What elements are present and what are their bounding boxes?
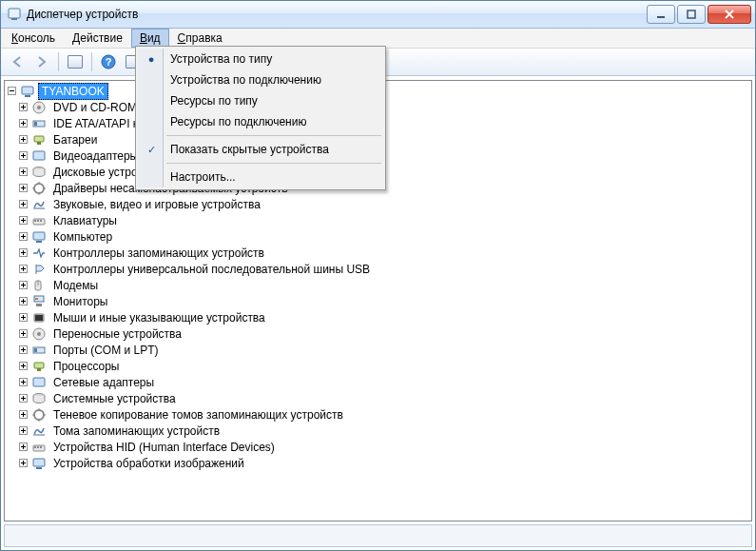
expand-icon[interactable]: [18, 328, 29, 340]
expand-icon[interactable]: [18, 118, 29, 129]
expand-icon[interactable]: [18, 409, 29, 421]
tree-category-label[interactable]: Мониторы: [49, 293, 111, 310]
tree-category-node[interactable]: Контроллеры универсальной последовательн…: [7, 261, 751, 277]
tree-category-node[interactable]: Мониторы: [7, 293, 751, 309]
tree-category-label[interactable]: Теневое копирование томов запоминающих у…: [49, 406, 347, 423]
tree-category-label[interactable]: Порты (COM и LPT): [49, 342, 163, 359]
tree-category-node[interactable]: Порты (COM и LPT): [7, 342, 751, 358]
dropdown-item[interactable]: ●Устройства по типу: [138, 49, 383, 69]
window-buttons: [645, 5, 751, 24]
tree-category-label[interactable]: Системные устройства: [49, 390, 180, 407]
collapse-icon[interactable]: [7, 86, 18, 97]
expand-icon[interactable]: [18, 247, 29, 259]
tree-category-node[interactable]: Теневое копирование томов запоминающих у…: [7, 406, 751, 423]
category-icon: [31, 197, 47, 212]
expand-icon[interactable]: [18, 393, 29, 404]
svg-rect-45: [34, 220, 36, 222]
tree-category-node[interactable]: Модемы: [7, 277, 751, 293]
tree-category-label[interactable]: Устройства обработки изображений: [49, 455, 248, 472]
tree-root-label[interactable]: TYANBOOK: [38, 83, 108, 100]
expand-icon[interactable]: [18, 199, 29, 210]
dropdown-item[interactable]: Настроить...: [138, 167, 383, 187]
tree-category-label[interactable]: Переносные устройства: [49, 325, 185, 343]
tree-category-node[interactable]: Переносные устройства: [7, 325, 751, 342]
expand-icon[interactable]: [18, 215, 29, 226]
dropdown-item[interactable]: Ресурсы по типу: [138, 90, 383, 111]
tree-category-node[interactable]: Компьютер: [7, 228, 751, 245]
tree-category-node[interactable]: Звуковые, видео и игровые устройства: [7, 196, 751, 212]
computer-icon: [20, 84, 35, 99]
expand-icon[interactable]: [18, 377, 29, 388]
minimize-button[interactable]: [647, 5, 675, 24]
tree-category-node[interactable]: Сетевые адаптеры: [7, 374, 751, 390]
expand-icon[interactable]: [18, 425, 29, 437]
svg-point-36: [34, 184, 44, 193]
tree-category-label[interactable]: Процессоры: [49, 358, 124, 375]
tree-category-node[interactable]: Тома запоминающих устройств: [7, 423, 751, 439]
back-button[interactable]: [5, 49, 29, 74]
dropdown-separator: [166, 163, 381, 164]
tree-category-label[interactable]: Устройства HID (Human Interface Devices): [49, 439, 279, 456]
expand-icon[interactable]: [18, 280, 29, 291]
svg-rect-9: [25, 95, 30, 97]
panel-icon: [68, 55, 83, 69]
tree-category-node[interactable]: Клавиатуры: [7, 212, 751, 228]
svg-point-79: [37, 332, 41, 336]
tree-category-node[interactable]: Устройства обработки изображений: [7, 455, 751, 471]
maximize-button[interactable]: [677, 5, 706, 24]
menu-view[interactable]: Вид: [131, 29, 169, 48]
tree-category-label[interactable]: Модемы: [49, 277, 102, 294]
dropdown-item-label: Настроить...: [170, 170, 236, 184]
titlebar[interactable]: Диспетчер устройств: [1, 1, 755, 29]
tree-category-node[interactable]: Системные устройства: [7, 390, 751, 406]
category-icon: [31, 148, 47, 164]
expand-icon[interactable]: [18, 134, 29, 146]
tree-category-label[interactable]: Видеоадаптеры: [49, 148, 142, 165]
toolbar-separator: [91, 52, 92, 71]
svg-point-101: [34, 410, 44, 420]
expand-icon[interactable]: [18, 231, 29, 243]
expand-icon[interactable]: [18, 296, 29, 307]
category-icon: [31, 246, 47, 261]
svg-rect-51: [33, 232, 45, 240]
expand-icon[interactable]: [18, 312, 29, 324]
tree-category-node[interactable]: Процессоры: [7, 358, 751, 374]
svg-rect-52: [36, 241, 42, 243]
tree-category-label[interactable]: Контроллеры универсальной последовательн…: [49, 261, 374, 278]
tree-category-label[interactable]: Мыши и иные указывающие устройства: [49, 309, 269, 326]
menu-action[interactable]: Действие: [64, 29, 131, 48]
expand-icon[interactable]: [18, 344, 29, 356]
expand-icon[interactable]: [18, 102, 29, 113]
show-hide-tree-button[interactable]: [63, 49, 87, 74]
forward-button[interactable]: [29, 49, 54, 74]
menu-console[interactable]: Консоль: [3, 29, 64, 48]
tree-category-label[interactable]: Звуковые, видео и игровые устройства: [49, 196, 264, 213]
dropdown-item[interactable]: Устройства по подключению: [138, 69, 383, 90]
close-button[interactable]: [708, 5, 751, 24]
expand-icon[interactable]: [18, 442, 29, 453]
dropdown-item[interactable]: Ресурсы по подключению: [138, 111, 383, 132]
dropdown-item-label: Устройства по типу: [170, 52, 272, 66]
tree-category-label[interactable]: Батареи: [49, 131, 101, 148]
tree-category-node[interactable]: Мыши и иные указывающие устройства: [7, 309, 751, 325]
expand-icon[interactable]: [18, 264, 29, 275]
tree-category-label[interactable]: Сетевые адаптеры: [49, 374, 158, 391]
help-button[interactable]: ?: [96, 49, 121, 74]
tree-category-label[interactable]: Компьютер: [49, 228, 116, 246]
svg-rect-105: [33, 434, 45, 436]
window-title: Диспетчер устройств: [27, 8, 645, 21]
tree-category-node[interactable]: Контроллеры запоминающих устройств: [7, 245, 751, 261]
tree-category-node[interactable]: Устройства HID (Human Interface Devices): [7, 439, 751, 455]
menu-help[interactable]: Справка: [169, 29, 231, 48]
dropdown-item[interactable]: ✓Показать скрытые устройства: [138, 139, 383, 160]
app-icon: [7, 7, 22, 22]
expand-icon[interactable]: [18, 458, 29, 469]
tree-category-label[interactable]: Тома запоминающих устройств: [49, 423, 223, 440]
expand-icon[interactable]: [18, 183, 29, 194]
expand-icon[interactable]: [18, 167, 29, 178]
svg-rect-0: [9, 9, 20, 18]
tree-category-label[interactable]: Клавиатуры: [49, 212, 121, 229]
expand-icon[interactable]: [18, 361, 29, 372]
expand-icon[interactable]: [18, 150, 29, 162]
tree-category-label[interactable]: Контроллеры запоминающих устройств: [49, 245, 268, 262]
